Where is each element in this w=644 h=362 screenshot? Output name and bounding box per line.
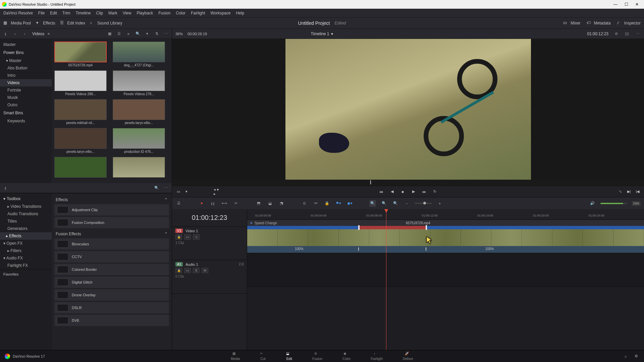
retime-bar[interactable]	[247, 226, 644, 229]
last-frame-button[interactable]: ⏭	[421, 189, 427, 195]
trim-tool[interactable]: ⫿⫿	[210, 200, 216, 207]
menu-item[interactable]: File	[38, 11, 45, 15]
fx-audio-transitions[interactable]: Audio Transitions	[0, 210, 52, 218]
effect-item[interactable]: CCTV	[54, 251, 169, 262]
audio-track-header[interactable]: A1 Audio 1 2.0 🔒 ▭ S M 0 Clip	[172, 260, 247, 294]
mixer-toggle[interactable]: ⫾⫾Mixer	[563, 20, 580, 26]
toolbox-header[interactable]: ▾ Toolbox	[0, 195, 52, 203]
playhead[interactable]	[386, 209, 386, 350]
home-icon[interactable]: ⌂	[623, 353, 629, 359]
media-clip[interactable]: Pexels Videos 278...	[113, 70, 165, 96]
viewer-mode-icon[interactable]: ▭	[175, 189, 181, 195]
close-retime-icon[interactable]: ✕	[250, 221, 253, 225]
metadata-toggle[interactable]: 🏷Metadata	[587, 20, 611, 26]
page-edit[interactable]: ⬓Edit	[286, 352, 292, 361]
sound-library-toggle[interactable]: ♪Sound Library	[90, 20, 122, 26]
timeline-view-icon[interactable]: ☰	[175, 200, 182, 207]
audio-track[interactable]	[247, 253, 644, 287]
fx-video-transitions[interactable]: ▸ Video Transitions	[0, 203, 52, 210]
match-frame-icon[interactable]: ◂ ● ▸	[214, 189, 220, 195]
marker-icon[interactable]: ◉▾	[346, 200, 353, 207]
media-clip[interactable]: dog_-_4727 (Origi...	[113, 42, 165, 67]
smart-bins-header[interactable]: Smart Bins	[0, 109, 52, 117]
search-icon[interactable]: 🔍	[154, 185, 160, 191]
fx-audiofx[interactable]: ▾ Audio FX	[0, 254, 52, 262]
menu-item[interactable]: Mark	[108, 11, 117, 15]
panel-layout-icon[interactable]: ⫿	[3, 185, 9, 191]
bin-item[interactable]: Musik	[0, 94, 52, 101]
bin-item-videos[interactable]: Videos	[0, 79, 52, 86]
fx-effects[interactable]: ▸ Effects	[0, 232, 52, 240]
page-media[interactable]: ▦Media	[231, 352, 240, 361]
dim-button[interactable]: DIM	[632, 201, 641, 206]
speed-marker[interactable]	[426, 247, 426, 251]
media-clip[interactable]: Pexels Videos 288...	[54, 70, 107, 96]
speed-percent-bar[interactable]: 100% 100%	[247, 246, 644, 253]
project-settings-icon[interactable]: ⚙	[633, 353, 639, 359]
effect-item[interactable]: Fusion Composition	[54, 217, 169, 228]
effect-item[interactable]: Colored Border	[54, 264, 169, 275]
loop-button[interactable]: ↻	[432, 189, 438, 195]
search-icon[interactable]: 🔍	[135, 31, 141, 37]
effect-item[interactable]: DVE	[54, 315, 169, 326]
menu-item[interactable]: Fairlight	[191, 11, 205, 15]
menu-item[interactable]: Clip	[96, 11, 103, 15]
media-clip[interactable]: 657518728.mp4	[54, 42, 107, 67]
effect-item[interactable]: Drone Overlay	[54, 289, 169, 301]
mute-button[interactable]: M	[202, 268, 208, 273]
retime-handle[interactable]	[426, 225, 427, 230]
list-view-icon[interactable]: ≡	[125, 31, 131, 37]
menu-item[interactable]: Help	[236, 11, 244, 15]
replace-clip-icon[interactable]: ⬔	[278, 200, 285, 207]
page-fusion[interactable]: ⊚Fusion	[312, 352, 322, 361]
scrub-bar[interactable]	[172, 180, 644, 186]
menu-item[interactable]: Playback	[137, 11, 153, 15]
bin-master[interactable]: Master	[0, 41, 52, 48]
strip-view-icon[interactable]: ☰	[116, 31, 122, 37]
power-bins-header[interactable]: Power Bins	[0, 48, 52, 57]
close-button[interactable]: ✕	[632, 1, 642, 8]
speed-marker[interactable]	[358, 247, 359, 251]
bin-keywords[interactable]: Keywords	[0, 117, 52, 125]
play-button[interactable]: ▶	[411, 189, 417, 195]
zoom-slider-handle[interactable]	[423, 202, 426, 204]
chevron-down-icon[interactable]: ▾	[144, 31, 150, 37]
timeline-tracks[interactable]: 01:00:00:0001:00:04:0001:00:08:0001:00:1…	[247, 209, 644, 350]
nav-back-icon[interactable]: ‹	[12, 31, 18, 37]
link-icon[interactable]: ⚯	[312, 200, 319, 207]
lock-icon[interactable]: 🔒	[324, 200, 330, 207]
zoom-minus[interactable]: −	[404, 200, 410, 207]
insert-clip-icon[interactable]: ⬒	[255, 200, 262, 207]
inspector-toggle[interactable]: ⎎Inspector	[617, 20, 641, 26]
media-clip[interactable]	[113, 157, 165, 179]
auto-select-button[interactable]: ▭	[184, 268, 191, 273]
timeline-name[interactable]: Timeline 1 ▾	[311, 32, 333, 36]
zoom-out-icon[interactable]: 🔍	[381, 200, 387, 207]
menu-item[interactable]: Workspace	[211, 11, 231, 15]
page-deliver[interactable]: 🚀Deliver	[403, 352, 413, 361]
lock-track-button[interactable]: 🔒	[175, 234, 182, 240]
dynamic-trim-tool[interactable]: ⟷	[221, 200, 228, 207]
fx-titles[interactable]: Titles	[0, 218, 52, 225]
nav-fwd-icon[interactable]: ›	[21, 31, 28, 37]
fx-fairlightfx[interactable]: Fairlight FX	[0, 262, 52, 269]
more-icon[interactable]: ⋯	[163, 31, 169, 37]
mark-in-icon[interactable]: |◀	[635, 189, 641, 195]
bin-item[interactable]: Abo Button	[0, 64, 52, 72]
menu-item[interactable]: Edit	[50, 11, 57, 15]
media-clip[interactable]: pexels-taryn-ellio...	[113, 99, 165, 125]
menu-item[interactable]: DaVinci Resolve	[3, 11, 33, 15]
zoom-level[interactable]: 36%	[175, 32, 183, 36]
menu-item[interactable]: View	[123, 11, 131, 15]
blade-tool[interactable]: ✂	[232, 200, 239, 207]
media-clip[interactable]: pexels-mikhail-nil...	[54, 99, 107, 125]
effects-toggle[interactable]: ✦Effects	[36, 20, 55, 26]
video-viewer[interactable]	[172, 39, 644, 180]
thumbnail-view-icon[interactable]: ▦	[107, 31, 113, 37]
menu-item[interactable]: Trim	[62, 11, 70, 15]
zoom-tool-icon[interactable]: 🔍	[369, 200, 376, 207]
timeline-ruler[interactable]: 01:00:00:0001:00:04:0001:00:08:0001:00:1…	[247, 209, 644, 220]
fx-filters[interactable]: ▸ Filters	[0, 247, 52, 254]
full-extent-icon[interactable]: ⤡	[617, 189, 623, 195]
first-frame-button[interactable]: ⏮	[378, 189, 384, 195]
